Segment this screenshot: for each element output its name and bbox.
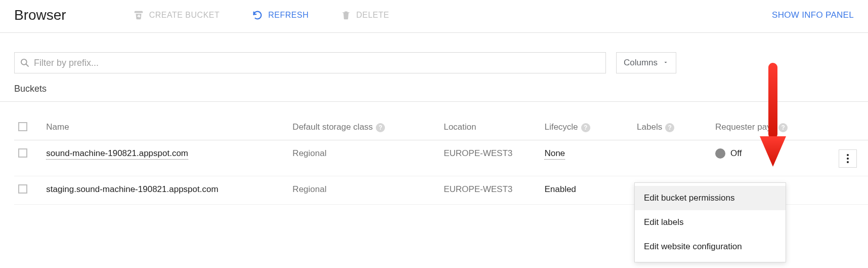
help-icon[interactable]: ? [376, 123, 385, 132]
caret-down-icon [663, 58, 669, 68]
location-value: EUROPE-WEST3 [444, 184, 512, 194]
row-checkbox[interactable] [18, 148, 27, 158]
create-bucket-button[interactable]: CREATE BUCKET [132, 8, 221, 23]
refresh-icon [252, 10, 263, 21]
columns-dropdown[interactable]: Columns [616, 52, 676, 73]
lifecycle-link[interactable]: None [544, 148, 565, 160]
storage-class-value: Regional [292, 148, 326, 158]
col-name: Name [46, 122, 69, 132]
row-checkbox[interactable] [18, 184, 27, 194]
search-icon [20, 58, 30, 68]
help-icon[interactable]: ? [778, 123, 788, 132]
col-storage-class: Default storage class [292, 122, 373, 132]
top-bar: Browser CREATE BUCKET REFRESH DELETE SHO… [0, 0, 868, 33]
table-row: sound-machine-190821.appspot.com Regiona… [14, 140, 868, 176]
help-icon[interactable]: ? [581, 123, 590, 132]
status-dot-icon [715, 148, 725, 159]
col-labels: Labels [637, 122, 662, 132]
requester-pays-value: Off [730, 148, 742, 159]
select-all-checkbox[interactable] [18, 122, 27, 131]
help-icon[interactable]: ? [665, 123, 674, 132]
page-title: Browser [14, 7, 66, 23]
filter-row: Columns [0, 33, 868, 73]
lifecycle-link[interactable]: Enabled [544, 184, 576, 194]
row-actions-button[interactable] [839, 149, 857, 168]
create-bucket-label: CREATE BUCKET [149, 11, 220, 20]
filter-input[interactable] [34, 58, 600, 68]
menu-item-edit-permissions[interactable]: Edit bucket permissions [635, 186, 786, 205]
delete-label: DELETE [356, 11, 389, 20]
add-bucket-icon [133, 10, 144, 21]
section-heading: Buckets [0, 73, 868, 102]
col-requester-pays: Requester pays [715, 122, 775, 132]
bucket-name-link[interactable]: staging.sound-machine-190821.appspot.com [46, 184, 218, 194]
svg-point-0 [21, 59, 27, 65]
svg-line-1 [26, 64, 29, 67]
filter-box[interactable] [14, 52, 606, 73]
trash-icon [341, 10, 351, 21]
refresh-label: REFRESH [268, 11, 309, 20]
bucket-name-link[interactable]: sound-machine-190821.appspot.com [46, 148, 188, 160]
delete-button[interactable]: DELETE [340, 8, 390, 23]
show-info-panel-button[interactable]: SHOW INFO PANEL [772, 10, 854, 20]
storage-class-value: Regional [292, 184, 326, 194]
row-context-menu: Edit bucket permissions Edit labels Edit… [634, 182, 786, 205]
location-value: EUROPE-WEST3 [444, 148, 512, 158]
table-header-row: Name Default storage class? Location Lif… [14, 102, 868, 140]
columns-label: Columns [624, 58, 658, 68]
refresh-button[interactable]: REFRESH [251, 8, 310, 23]
col-lifecycle: Lifecycle [544, 122, 578, 132]
requester-pays-toggle[interactable]: Off [715, 148, 831, 159]
col-location: Location [444, 122, 476, 132]
